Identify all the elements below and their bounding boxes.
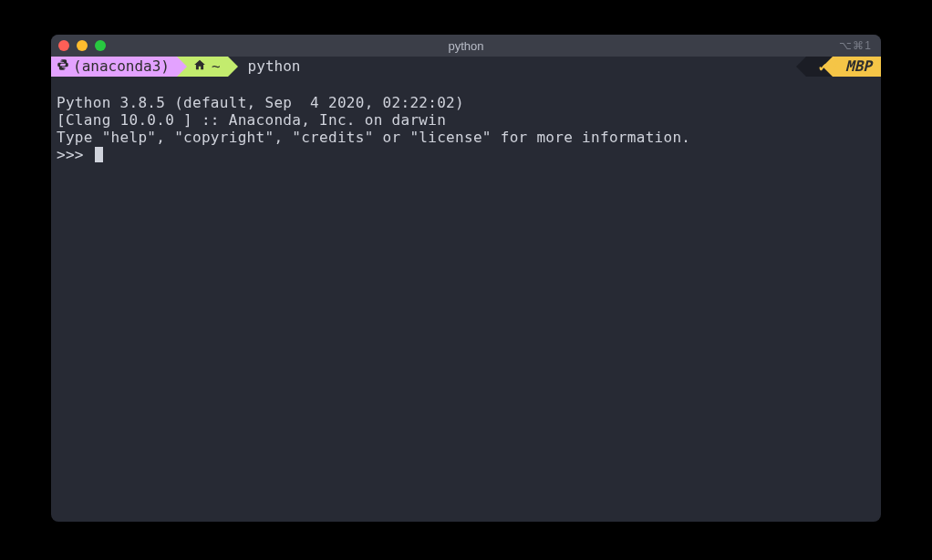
cursor-icon bbox=[95, 147, 103, 162]
close-icon[interactable] bbox=[58, 40, 69, 51]
output-line: Type "help", "copyright", "credits" or "… bbox=[57, 129, 690, 146]
chevron-left-icon: ⟨ bbox=[829, 57, 838, 78]
host-label: MBP bbox=[845, 57, 872, 77]
command-text: python bbox=[248, 57, 301, 77]
right-prompt: ✔ ⟨ MBP bbox=[806, 57, 881, 77]
window-title: python bbox=[448, 39, 483, 53]
host-segment: ⟨ MBP bbox=[833, 57, 881, 77]
dir-label: ~ bbox=[212, 57, 221, 77]
output-line: [Clang 10.0.0 ] :: Anaconda, Inc. on dar… bbox=[57, 111, 446, 129]
minimize-icon[interactable] bbox=[77, 40, 88, 51]
env-label: (anaconda3) bbox=[73, 57, 170, 77]
home-icon bbox=[193, 57, 206, 77]
titlebar[interactable]: python ⌥⌘1 bbox=[51, 35, 881, 57]
env-segment: (anaconda3) bbox=[51, 57, 177, 77]
output-line: Python 3.8.5 (default, Sep 4 2020, 02:22… bbox=[57, 94, 464, 111]
repl-prompt: >>> bbox=[57, 146, 93, 163]
python-icon bbox=[57, 57, 69, 77]
terminal-output[interactable]: Python 3.8.5 (default, Sep 4 2020, 02:22… bbox=[51, 77, 881, 522]
shortcut-hint: ⌥⌘1 bbox=[839, 39, 872, 52]
command-segment[interactable]: python bbox=[228, 57, 308, 77]
shell-prompt-row: (anaconda3) ~ python ✔ ⟨ MBP bbox=[51, 57, 881, 77]
maximize-icon[interactable] bbox=[95, 40, 106, 51]
terminal-window: python ⌥⌘1 (anaconda3) ~ python ✔ ⟨ MBP bbox=[51, 35, 881, 522]
repl-prompt-line[interactable]: >>> bbox=[57, 146, 875, 163]
traffic-lights bbox=[58, 40, 106, 51]
